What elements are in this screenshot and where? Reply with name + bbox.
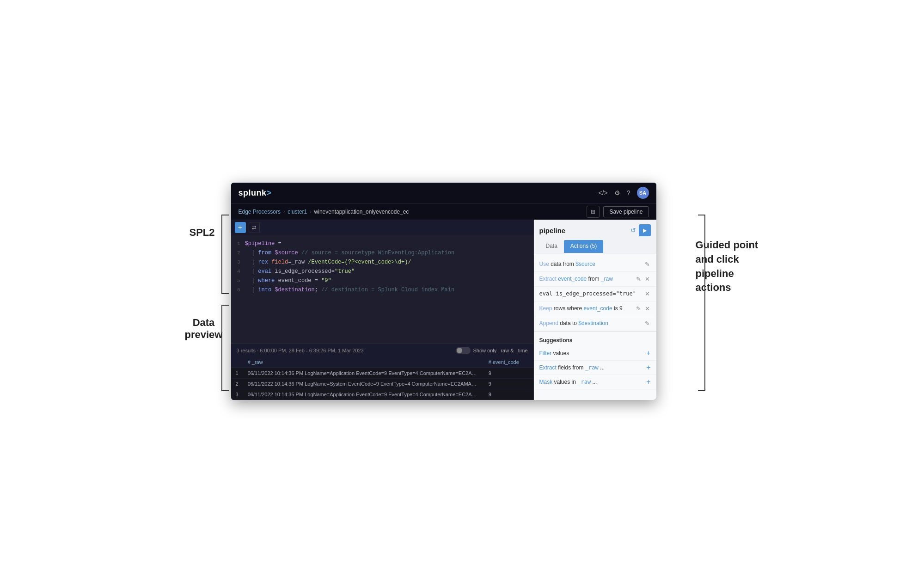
action-eval-text: eval is_edge_processed="true" xyxy=(539,290,644,298)
pipeline-title-row: pipeline ↺ ▶ xyxy=(539,224,651,236)
row-3-raw: 06/11/2022 10:14:35 PM LogName=Applicati… xyxy=(243,389,484,400)
add-button[interactable]: + xyxy=(235,222,246,233)
breadcrumb-bar: Edge Processors › cluster1 › wineventapp… xyxy=(231,203,656,220)
edit-keep-button[interactable]: ✎ xyxy=(635,305,642,313)
breadcrumb-cluster1[interactable]: cluster1 xyxy=(288,209,307,215)
play-button[interactable]: ▶ xyxy=(639,224,651,236)
suggestions-section: Suggestions Filter values + Extract fiel… xyxy=(534,331,656,393)
row-num-3: 3 xyxy=(231,389,243,400)
right-panel: pipeline ↺ ▶ Data Actions (5) Use data f… xyxy=(534,220,656,400)
splunk-window: splunk> </> ⚙ ? SA Edge Processors › clu… xyxy=(231,183,656,400)
toggle-container: Show only _raw & _time xyxy=(456,347,528,354)
add-extract-button[interactable]: + xyxy=(646,363,650,372)
action-keep-icons: ✎ ✕ xyxy=(635,305,651,313)
breadcrumb-sep-1: › xyxy=(283,209,285,214)
suggestion-extract-text: Extract fields from _raw ... xyxy=(539,364,605,371)
top-nav: splunk> </> ⚙ ? SA xyxy=(231,183,656,203)
row-num-2: 2 xyxy=(231,379,243,389)
code-line-5: 5 | where event_code = "9" xyxy=(231,276,533,285)
action-use-source: Use data from $source ✎ xyxy=(534,257,656,272)
refresh-icon[interactable]: ↺ xyxy=(630,227,636,234)
code-line-3: 3 | rex field=_raw /EventCode=(?P<event_… xyxy=(231,258,533,267)
row-2-event-code: 9 xyxy=(484,379,533,389)
code-line-6: 6 | into $destination; // destination = … xyxy=(231,285,533,295)
action-keep: Keep rows where event_code is 9 ✎ ✕ xyxy=(534,301,656,316)
pipeline-title: pipeline xyxy=(539,227,566,234)
action-append: Append data to $destination ✎ xyxy=(534,316,656,331)
code-editor[interactable]: 1 $pipeline = 2 | from $source // source… xyxy=(231,235,533,344)
add-filter-button[interactable]: + xyxy=(646,349,650,357)
pipeline-ctrl-icons: ↺ ▶ xyxy=(630,224,651,236)
suggestions-title: Suggestions xyxy=(534,335,656,346)
table-row: 3 06/11/2022 10:14:35 PM LogName=Applica… xyxy=(231,389,533,400)
share-button[interactable]: ⇄ xyxy=(249,222,260,233)
row-num-1: 1 xyxy=(231,368,243,379)
pipeline-header: pipeline ↺ ▶ Data Actions (5) xyxy=(534,220,656,253)
col-row-num xyxy=(231,357,243,368)
table-row: 1 06/11/2022 10:14:36 PM LogName=Applica… xyxy=(231,368,533,379)
bracket-data-preview xyxy=(217,303,231,393)
action-eval: eval is_edge_processed="true" ✕ xyxy=(534,287,656,301)
edit-append-button[interactable]: ✎ xyxy=(644,320,651,327)
col-event-code[interactable]: # event_code xyxy=(484,357,533,368)
add-mask-button[interactable]: + xyxy=(646,378,650,386)
toggle-raw-time[interactable] xyxy=(456,347,471,354)
delete-eval-button[interactable]: ✕ xyxy=(644,290,651,298)
breadcrumb: Edge Processors › cluster1 › wineventapp… xyxy=(239,209,409,215)
nav-icons: </> ⚙ ? SA xyxy=(598,187,649,199)
breadcrumb-edge-processors[interactable]: Edge Processors xyxy=(239,209,281,215)
gear-icon[interactable]: ⚙ xyxy=(614,189,620,197)
preview-table: # _raw # event_code 1 06/11/2022 10:14:3… xyxy=(231,357,533,400)
code-line-4: 4 | eval is_edge_processed="true" xyxy=(231,267,533,276)
label-spl2: SPL2 xyxy=(190,227,215,239)
row-1-raw: 06/11/2022 10:14:36 PM LogName=Applicati… xyxy=(243,368,484,379)
tab-actions[interactable]: Actions (5) xyxy=(564,240,603,253)
suggestion-extract[interactable]: Extract fields from _raw ... + xyxy=(534,361,656,375)
actions-list: Use data from $source ✎ Extract event_co… xyxy=(534,253,656,400)
main-layout: SPL2 Datapreview Guided pointand clickpi… xyxy=(231,183,693,405)
code-line-1: 1 $pipeline = xyxy=(231,239,533,248)
suggestion-filter-text: Filter values xyxy=(539,350,569,357)
action-append-text: Append data to $destination xyxy=(539,320,644,327)
toggle-label: Show only _raw & _time xyxy=(473,348,528,353)
action-eval-icons: ✕ xyxy=(644,290,651,298)
delete-extract-button[interactable]: ✕ xyxy=(644,275,651,283)
action-use-source-icons: ✎ xyxy=(644,260,651,268)
pipeline-tabs: Data Actions (5) xyxy=(539,240,651,253)
table-row: 2 06/11/2022 10:14:36 PM LogName=System … xyxy=(231,379,533,389)
breadcrumb-sep-2: › xyxy=(310,209,311,214)
left-panel: + ⇄ 1 $pipeline = 2 | from $source // so… xyxy=(231,220,534,400)
bracket-guided xyxy=(696,213,710,393)
action-extract-icons: ✎ ✕ xyxy=(635,275,651,283)
grid-button[interactable]: ⊞ xyxy=(587,206,600,218)
main-content: + ⇄ 1 $pipeline = 2 | from $source // so… xyxy=(231,220,656,400)
delete-keep-button[interactable]: ✕ xyxy=(644,305,651,313)
row-2-raw: 06/11/2022 10:14:36 PM LogName=System Ev… xyxy=(243,379,484,389)
editor-toolbar: + ⇄ xyxy=(231,220,533,235)
row-3-event-code: 9 xyxy=(484,389,533,400)
user-avatar[interactable]: SA xyxy=(637,187,649,199)
save-pipeline-button[interactable]: Save pipeline xyxy=(603,206,649,217)
data-preview: # _raw # event_code 1 06/11/2022 10:14:3… xyxy=(231,357,533,400)
code-line-2: 2 | from $source // source = sourcetype … xyxy=(231,248,533,258)
edit-extract-button[interactable]: ✎ xyxy=(635,275,642,283)
action-append-icons: ✎ xyxy=(644,320,651,327)
results-bar: 3 results · 6:00:00 PM, 28 Feb - 6:39:26… xyxy=(231,344,533,357)
edit-use-source-button[interactable]: ✎ xyxy=(644,260,651,268)
row-1-event-code: 9 xyxy=(484,368,533,379)
tab-data[interactable]: Data xyxy=(539,240,564,253)
action-extract: Extract event_code from _raw ✎ ✕ xyxy=(534,272,656,287)
action-use-source-text: Use data from $source xyxy=(539,260,644,268)
col-raw[interactable]: # _raw xyxy=(243,357,484,368)
action-keep-text: Keep rows where event_code is 9 xyxy=(539,305,635,313)
suggestion-filter[interactable]: Filter values + xyxy=(534,346,656,361)
breadcrumb-actions: ⊞ Save pipeline xyxy=(587,206,649,218)
suggestion-mask[interactable]: Mask values in _raw ... + xyxy=(534,375,656,389)
help-icon[interactable]: ? xyxy=(627,189,630,197)
suggestion-mask-text: Mask values in _raw ... xyxy=(539,379,597,385)
splunk-logo: splunk> xyxy=(239,188,272,198)
results-count: 3 results · 6:00:00 PM, 28 Feb - 6:39:26… xyxy=(237,348,364,353)
bracket-spl2 xyxy=(217,213,231,296)
code-icon[interactable]: </> xyxy=(598,189,607,197)
breadcrumb-current: wineventapplication_onlyevencode_ec xyxy=(314,209,409,215)
